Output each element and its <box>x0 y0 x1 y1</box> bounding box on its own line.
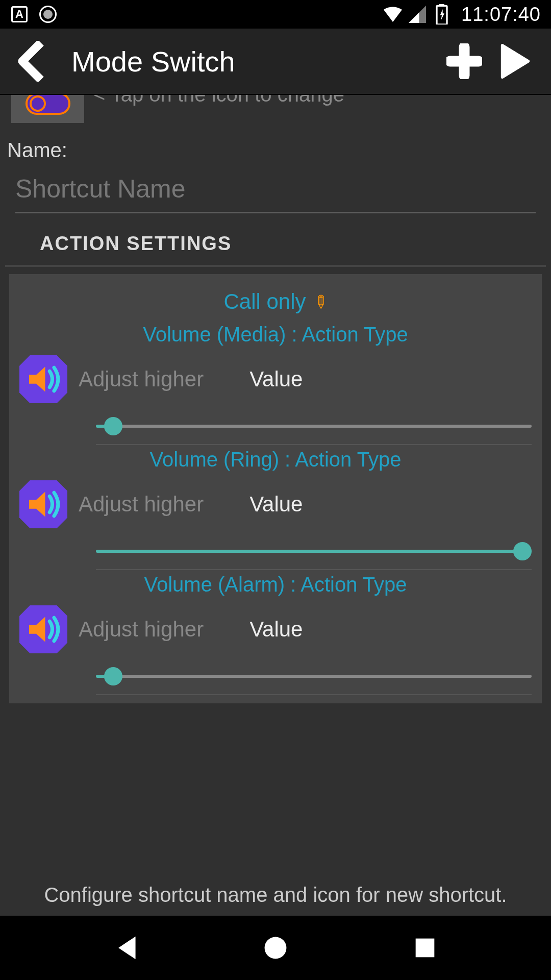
pencil-icon[interactable]: ✎ <box>308 289 332 314</box>
shortcut-icon-picker[interactable] <box>11 95 84 123</box>
nav-recent-button[interactable] <box>407 930 443 966</box>
adjust-label[interactable]: Adjust higher <box>79 367 204 391</box>
back-button[interactable] <box>10 41 51 82</box>
volume-media-subtitle[interactable]: Volume (Media) : Action Type <box>19 323 532 353</box>
volume-ring-row: Adjust higher Value <box>19 478 532 532</box>
toggle-icon <box>26 95 70 115</box>
volume-icon[interactable] <box>19 605 67 653</box>
volume-ring-slider[interactable] <box>96 550 532 553</box>
volume-alarm-slider[interactable] <box>96 675 532 678</box>
value-label[interactable]: Value <box>249 492 303 517</box>
wifi-icon <box>384 5 402 23</box>
shortcut-name-input[interactable] <box>15 166 536 213</box>
volume-icon[interactable] <box>19 355 67 403</box>
status-clock: 11:07:40 <box>461 4 541 26</box>
nav-home-button[interactable] <box>258 930 293 966</box>
divider <box>96 694 532 695</box>
action-settings-header: ACTION SETTINGS <box>5 215 546 267</box>
page-title: Mode Switch <box>71 45 439 78</box>
add-button[interactable] <box>439 43 490 79</box>
play-button[interactable] <box>490 43 541 79</box>
battery-charging-icon <box>433 5 451 23</box>
card-title[interactable]: Call only <box>223 289 306 314</box>
divider <box>96 569 532 570</box>
mode-icon-row: < Tap on the icon to change <box>0 95 551 127</box>
value-label[interactable]: Value <box>249 367 303 391</box>
adjust-label[interactable]: Adjust higher <box>79 617 204 642</box>
svg-rect-3 <box>416 939 435 958</box>
record-indicator-icon <box>39 5 57 23</box>
action-settings-card: Call only ✎ Volume (Media) : Action Type… <box>9 274 542 703</box>
icon-change-hint: < Tap on the icon to change <box>93 95 344 106</box>
content-area: < Tap on the icon to change Name: ACTION… <box>0 95 551 916</box>
keyboard-indicator-icon: A <box>10 5 29 23</box>
name-label: Name: <box>0 127 551 166</box>
svg-point-2 <box>265 937 287 959</box>
volume-alarm-row: Adjust higher Value <box>19 603 532 657</box>
value-label[interactable]: Value <box>249 617 303 642</box>
footer-hint: Configure shortcut name and icon for new… <box>0 874 551 916</box>
app-bar: Mode Switch <box>0 29 551 95</box>
svg-rect-1 <box>439 4 444 7</box>
volume-media-row: Adjust higher Value <box>19 353 532 407</box>
volume-alarm-subtitle[interactable]: Volume (Alarm) : Action Type <box>19 573 532 603</box>
navigation-bar <box>0 916 551 980</box>
volume-media-slider[interactable] <box>96 425 532 428</box>
volume-icon[interactable] <box>19 480 67 528</box>
status-bar: A 11:07:40 <box>0 0 551 29</box>
nav-back-button[interactable] <box>108 930 144 966</box>
adjust-label[interactable]: Adjust higher <box>79 492 204 517</box>
volume-ring-subtitle[interactable]: Volume (Ring) : Action Type <box>19 448 532 478</box>
cell-signal-icon <box>408 5 427 23</box>
divider <box>96 444 532 445</box>
